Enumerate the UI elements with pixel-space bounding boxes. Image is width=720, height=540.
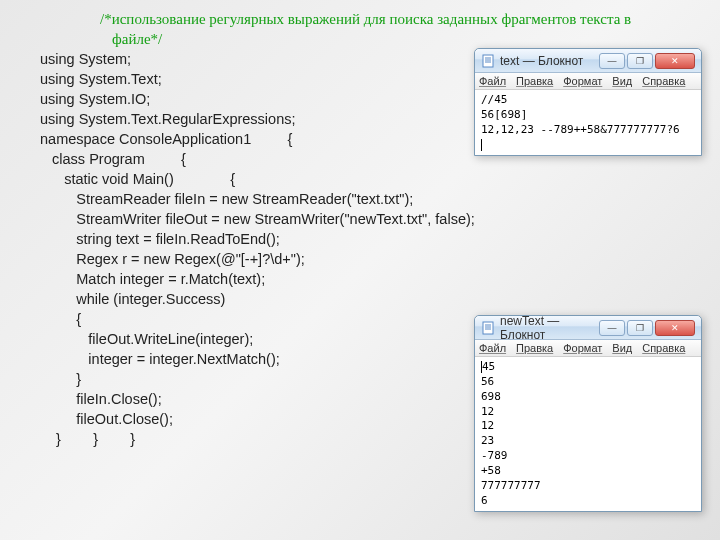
svg-rect-4 bbox=[483, 322, 493, 334]
notepad-window-newtext: newText — Блокнот — ❐ ✕ Файл Правка Форм… bbox=[474, 315, 702, 512]
code-comment: /*использование регулярных выражений для… bbox=[52, 10, 680, 49]
menu-help[interactable]: Справка bbox=[642, 342, 685, 354]
menu-bar: Файл Правка Формат Вид Справка bbox=[475, 340, 701, 357]
menu-format[interactable]: Формат bbox=[563, 75, 602, 87]
menu-view[interactable]: Вид bbox=[612, 342, 632, 354]
close-button[interactable]: ✕ bbox=[655, 320, 695, 336]
code-line: while (integer.Success) bbox=[40, 289, 680, 309]
notepad-icon bbox=[481, 54, 495, 68]
menu-file[interactable]: Файл bbox=[479, 75, 506, 87]
menu-view[interactable]: Вид bbox=[612, 75, 632, 87]
minimize-button[interactable]: — bbox=[599, 53, 625, 69]
code-line: Match integer = r.Match(text); bbox=[40, 269, 680, 289]
notepad-icon bbox=[481, 321, 495, 335]
menu-edit[interactable]: Правка bbox=[516, 75, 553, 87]
text-area[interactable]: //45 56[698] 12,12,23 --789++58&77777777… bbox=[475, 90, 701, 155]
window-title: text — Блокнот bbox=[500, 54, 599, 68]
text-caret bbox=[481, 139, 482, 151]
notepad-window-text: text — Блокнот — ❐ ✕ Файл Правка Формат … bbox=[474, 48, 702, 156]
menu-help[interactable]: Справка bbox=[642, 75, 685, 87]
code-line: StreamReader fileIn = new StreamReader("… bbox=[40, 189, 680, 209]
menu-edit[interactable]: Правка bbox=[516, 342, 553, 354]
maximize-button[interactable]: ❐ bbox=[627, 320, 653, 336]
close-button[interactable]: ✕ bbox=[655, 53, 695, 69]
window-title: newText — Блокнот bbox=[500, 314, 599, 342]
titlebar[interactable]: newText — Блокнот — ❐ ✕ bbox=[475, 316, 701, 340]
minimize-button[interactable]: — bbox=[599, 320, 625, 336]
menu-file[interactable]: Файл bbox=[479, 342, 506, 354]
code-line: Regex r = new Regex(@"[-+]?\d+"); bbox=[40, 249, 680, 269]
code-line: StreamWriter fileOut = new StreamWriter(… bbox=[40, 209, 680, 229]
code-line: static void Main() { bbox=[40, 169, 680, 189]
text-area[interactable]: 45 56 698 12 12 23 -789 +58 777777777 6 bbox=[475, 357, 701, 511]
menu-format[interactable]: Формат bbox=[563, 342, 602, 354]
maximize-button[interactable]: ❐ bbox=[627, 53, 653, 69]
titlebar[interactable]: text — Блокнот — ❐ ✕ bbox=[475, 49, 701, 73]
svg-rect-0 bbox=[483, 55, 493, 67]
menu-bar: Файл Правка Формат Вид Справка bbox=[475, 73, 701, 90]
code-line: string text = fileIn.ReadToEnd(); bbox=[40, 229, 680, 249]
